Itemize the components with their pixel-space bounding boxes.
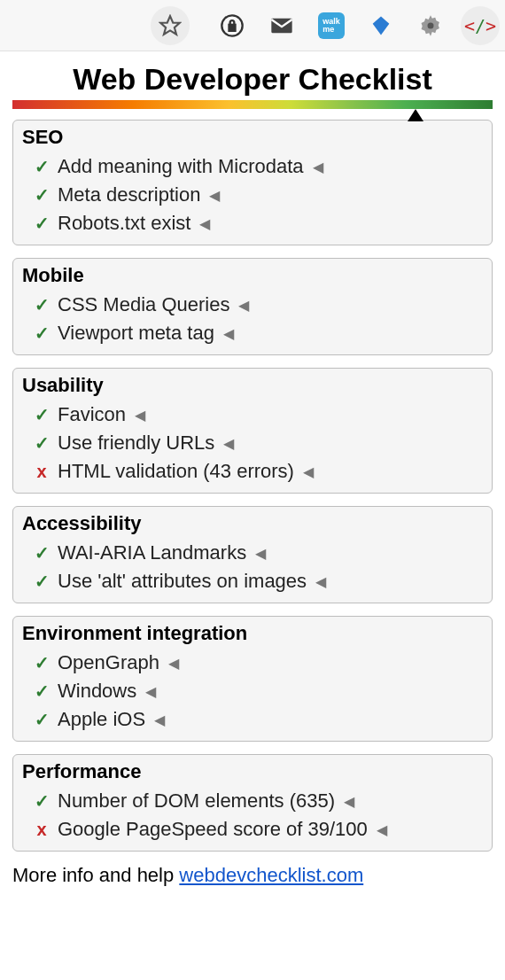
extension-mail-icon[interactable]	[266, 10, 298, 42]
check-fail-icon: x	[31, 820, 52, 840]
extension-diamond-icon[interactable]	[365, 10, 397, 42]
checklist-popup: Web Developer Checklist SEO✓Add meaning …	[0, 51, 505, 905]
section-usability: Usability✓Favicon◀✓Use friendly URLs◀xHT…	[12, 368, 493, 494]
check-item[interactable]: ✓Apple iOS◀	[22, 705, 483, 734]
check-pass-icon: ✓	[31, 709, 52, 730]
check-item-label: Use 'alt' attributes on images	[58, 570, 307, 593]
expand-arrow-icon[interactable]: ◀	[238, 297, 249, 314]
check-pass-icon: ✓	[31, 542, 52, 564]
score-marker-icon	[408, 109, 423, 121]
expand-arrow-icon[interactable]: ◀	[303, 463, 314, 480]
score-gradient-bar	[12, 100, 493, 109]
section-title: Mobile	[22, 264, 483, 287]
check-fail-icon: x	[31, 462, 52, 482]
check-item[interactable]: ✓CSS Media Queries◀	[22, 291, 483, 319]
check-item-label: Robots.txt exist	[58, 212, 190, 235]
expand-arrow-icon[interactable]: ◀	[377, 821, 387, 838]
check-item-label: Apple iOS	[58, 708, 145, 731]
check-item-label: WAI-ARIA Landmarks	[58, 541, 246, 564]
check-pass-icon: ✓	[31, 652, 52, 673]
section-performance: Performance✓Number of DOM elements (635)…	[12, 754, 493, 852]
svg-marker-0	[160, 16, 180, 35]
check-item-label: HTML validation (43 errors)	[58, 460, 294, 483]
star-icon	[159, 14, 182, 37]
expand-arrow-icon[interactable]: ◀	[145, 683, 156, 700]
browser-toolbar: walkme </>	[0, 0, 505, 51]
check-pass-icon: ✓	[31, 184, 52, 206]
check-item-label: Favicon	[58, 403, 126, 426]
check-item[interactable]: ✓Add meaning with Microdata◀	[22, 152, 483, 181]
check-item[interactable]: ✓Viewport meta tag◀	[22, 319, 483, 347]
check-item[interactable]: ✓Number of DOM elements (635)◀	[22, 787, 483, 815]
check-pass-icon: ✓	[31, 790, 52, 812]
check-item[interactable]: ✓Use friendly URLs◀	[22, 429, 483, 457]
page-title: Web Developer Checklist	[12, 62, 493, 97]
expand-arrow-icon[interactable]: ◀	[344, 793, 354, 810]
expand-arrow-icon[interactable]: ◀	[199, 215, 210, 232]
section-title: Environment integration	[22, 622, 483, 645]
expand-arrow-icon[interactable]: ◀	[315, 573, 326, 590]
check-item[interactable]: ✓OpenGraph◀	[22, 649, 483, 677]
section-mobile: Mobile✓CSS Media Queries◀✓Viewport meta …	[12, 258, 493, 355]
footer-prefix: More info and help	[12, 864, 179, 886]
expand-arrow-icon[interactable]: ◀	[313, 159, 323, 175]
expand-arrow-icon[interactable]: ◀	[223, 435, 234, 452]
check-pass-icon: ✓	[31, 571, 52, 592]
check-item-label: Meta description	[58, 183, 200, 206]
section-title: Accessibility	[22, 512, 483, 535]
check-item[interactable]: ✓Robots.txt exist◀	[22, 209, 483, 237]
expand-arrow-icon[interactable]: ◀	[223, 325, 234, 342]
expand-arrow-icon[interactable]: ◀	[135, 407, 145, 424]
check-item-label: OpenGraph	[58, 651, 159, 674]
expand-arrow-icon[interactable]: ◀	[255, 545, 266, 562]
footer-link[interactable]: webdevchecklist.com	[179, 864, 363, 886]
section-environment-integration: Environment integration✓OpenGraph◀✓Windo…	[12, 616, 493, 742]
check-pass-icon: ✓	[31, 681, 52, 702]
check-item-label: Use friendly URLs	[58, 432, 214, 455]
extension-lock-icon[interactable]	[216, 10, 248, 42]
check-item[interactable]: xHTML validation (43 errors)◀	[22, 457, 483, 486]
check-item-label: Google PageSpeed score of 39/100	[58, 818, 368, 841]
section-title: Usability	[22, 374, 483, 397]
check-item[interactable]: ✓Use 'alt' attributes on images◀	[22, 567, 483, 595]
expand-arrow-icon[interactable]: ◀	[209, 187, 220, 204]
expand-arrow-icon[interactable]: ◀	[168, 655, 179, 672]
check-item-label: CSS Media Queries	[58, 293, 229, 316]
check-pass-icon: ✓	[31, 294, 52, 315]
section-title: SEO	[22, 126, 483, 149]
check-item[interactable]: ✓Windows◀	[22, 677, 483, 705]
section-title: Performance	[22, 760, 483, 783]
check-item-label: Number of DOM elements (635)	[58, 789, 335, 813]
extension-walkme-icon[interactable]: walkme	[315, 10, 347, 42]
footer-text: More info and help webdevchecklist.com	[12, 864, 493, 887]
check-item-label: Windows	[58, 680, 136, 703]
expand-arrow-icon[interactable]: ◀	[154, 712, 165, 728]
check-item-label: Viewport meta tag	[58, 322, 214, 345]
extension-gear-icon[interactable]	[415, 10, 447, 42]
check-pass-icon: ✓	[31, 404, 52, 425]
check-pass-icon: ✓	[31, 156, 52, 177]
check-pass-icon: ✓	[31, 213, 52, 234]
check-item[interactable]: ✓Meta description◀	[22, 181, 483, 209]
extension-code-icon-active[interactable]: </>	[461, 6, 500, 45]
svg-marker-4	[373, 16, 390, 35]
check-pass-icon: ✓	[31, 323, 52, 344]
section-accessibility: Accessibility✓WAI-ARIA Landmarks◀✓Use 'a…	[12, 506, 493, 603]
check-item[interactable]: ✓Favicon◀	[22, 401, 483, 429]
check-item[interactable]: xGoogle PageSpeed score of 39/100◀	[22, 815, 483, 844]
check-item-label: Add meaning with Microdata	[58, 155, 304, 178]
bookmark-star-button[interactable]	[151, 6, 190, 45]
check-item[interactable]: ✓WAI-ARIA Landmarks◀	[22, 539, 483, 567]
check-pass-icon: ✓	[31, 432, 52, 454]
section-seo: SEO✓Add meaning with Microdata◀✓Meta des…	[12, 120, 493, 245]
svg-point-6	[428, 22, 434, 28]
svg-rect-2	[229, 24, 236, 30]
